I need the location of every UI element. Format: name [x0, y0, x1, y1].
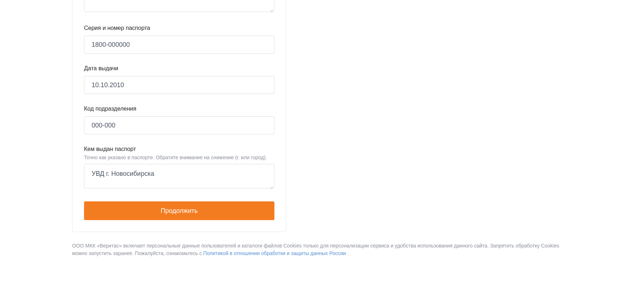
issued-by-label: Кем выдан паспорт [84, 146, 274, 152]
division-code-input[interactable] [84, 116, 274, 134]
passport-number-label: Серия и номер паспорта [84, 25, 274, 31]
footer-cookie-notice: ООО МКК «Веритас» включает персональные … [72, 242, 566, 257]
issued-by-input[interactable] [84, 164, 274, 188]
issued-by-hint: Точно как указано в паспорте. Обратите в… [84, 155, 274, 160]
issue-date-input[interactable] [84, 76, 274, 94]
footer-text-after: . [346, 250, 349, 256]
passport-number-input[interactable] [84, 36, 274, 54]
privacy-policy-link[interactable]: Политикой в отношении обработки и защиты… [203, 250, 346, 256]
division-code-label: Код подразделения [84, 106, 274, 112]
passport-form-card: Серия и номер паспорта Дата выдачи Код п… [72, 0, 286, 232]
birthplace-input[interactable] [84, 0, 274, 12]
issue-date-label: Дата выдачи [84, 65, 274, 72]
continue-button[interactable]: Продолжить [84, 201, 274, 220]
